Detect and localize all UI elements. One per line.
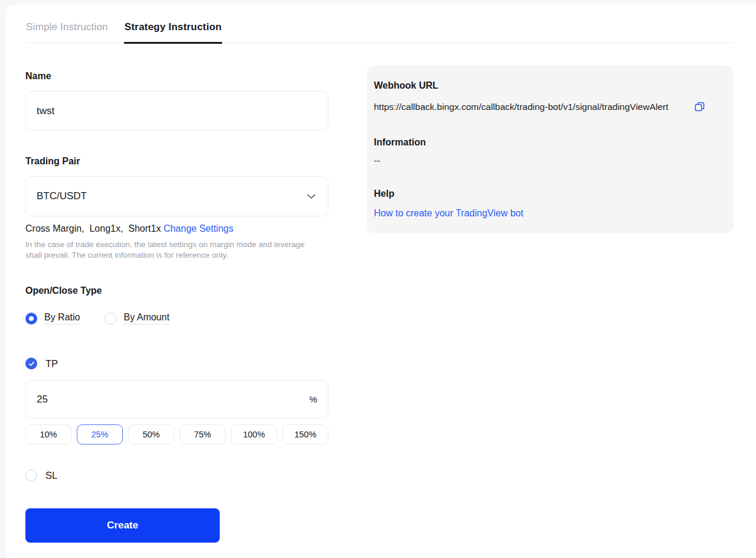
tab-simple-instruction[interactable]: Simple Instruction bbox=[25, 17, 109, 43]
webhook-url-text: https://callback.bingx.com/callback/trad… bbox=[374, 99, 690, 115]
name-input[interactable]: twst bbox=[25, 91, 328, 131]
tradingview-help-link[interactable]: How to create your TradingView bot bbox=[374, 208, 523, 219]
margin-summary-line: Cross Margin, Long1x, Short1x Change Set… bbox=[25, 223, 328, 234]
radio-selected-icon bbox=[25, 313, 37, 325]
preset-150[interactable]: 150% bbox=[282, 424, 328, 445]
create-button[interactable]: Create bbox=[25, 508, 220, 543]
name-label: Name bbox=[25, 71, 328, 82]
strategy-form-page: Simple Instruction Strategy Instruction … bbox=[6, 5, 756, 558]
open-close-options: By Ratio By Amount bbox=[25, 312, 328, 325]
change-settings-link[interactable]: Change Settings bbox=[164, 223, 233, 233]
sl-checkbox-row[interactable]: SL bbox=[25, 469, 328, 481]
margin-note: In the case of trade execution, the late… bbox=[25, 239, 321, 261]
information-title: Information bbox=[374, 137, 726, 148]
tp-value-input[interactable]: 25 % bbox=[25, 380, 328, 418]
trading-pair-value: BTC/USDT bbox=[37, 190, 305, 202]
info-column: Webhook URL https://callback.bingx.com/c… bbox=[367, 66, 734, 543]
tp-unit: % bbox=[309, 394, 317, 404]
tp-label: TP bbox=[45, 358, 58, 369]
webhook-info-card: Webhook URL https://callback.bingx.com/c… bbox=[367, 66, 734, 233]
tab-strategy-instruction[interactable]: Strategy Instruction bbox=[124, 17, 223, 44]
webhook-url-row: https://callback.bingx.com/callback/trad… bbox=[374, 99, 726, 115]
tp-value: 25 bbox=[37, 394, 309, 405]
preset-10[interactable]: 10% bbox=[25, 424, 71, 445]
by-amount-label: By Amount bbox=[123, 312, 169, 325]
preset-75[interactable]: 75% bbox=[180, 424, 226, 445]
trading-pair-select[interactable]: BTC/USDT bbox=[25, 176, 328, 216]
preset-25[interactable]: 25% bbox=[77, 424, 123, 445]
chevron-down-icon bbox=[305, 190, 317, 202]
open-close-type-label: Open/Close Type bbox=[25, 286, 328, 296]
webhook-url-title: Webhook URL bbox=[374, 80, 726, 91]
help-section: Help How to create your TradingView bot bbox=[374, 189, 726, 219]
preset-100[interactable]: 100% bbox=[231, 424, 277, 445]
margin-summary: Cross Margin, Long1x, Short1x bbox=[25, 223, 164, 233]
tp-preset-row: 10% 25% 50% 75% 100% 150% bbox=[25, 424, 328, 445]
copy-icon[interactable] bbox=[694, 101, 705, 112]
sl-label: SL bbox=[45, 470, 57, 481]
checkbox-unchecked-icon bbox=[25, 469, 37, 481]
strategy-form: Name twst Trading Pair BTC/USDT Cross Ma… bbox=[25, 71, 328, 543]
information-value: -- bbox=[374, 155, 726, 166]
content-columns: Name twst Trading Pair BTC/USDT Cross Ma… bbox=[25, 43, 756, 543]
radio-by-amount[interactable]: By Amount bbox=[105, 312, 169, 325]
trading-pair-label: Trading Pair bbox=[25, 156, 328, 167]
by-ratio-label: By Ratio bbox=[44, 312, 80, 325]
information-section: Information -- bbox=[374, 137, 726, 166]
help-title: Help bbox=[374, 189, 726, 199]
instruction-tabs: Simple Instruction Strategy Instruction bbox=[25, 17, 734, 43]
radio-unselected-icon bbox=[105, 313, 116, 325]
radio-by-ratio[interactable]: By Ratio bbox=[25, 312, 80, 325]
checkbox-checked-icon bbox=[25, 358, 37, 369]
preset-50[interactable]: 50% bbox=[128, 424, 174, 445]
tp-checkbox-row[interactable]: TP bbox=[25, 358, 328, 369]
name-value: twst bbox=[37, 105, 317, 117]
